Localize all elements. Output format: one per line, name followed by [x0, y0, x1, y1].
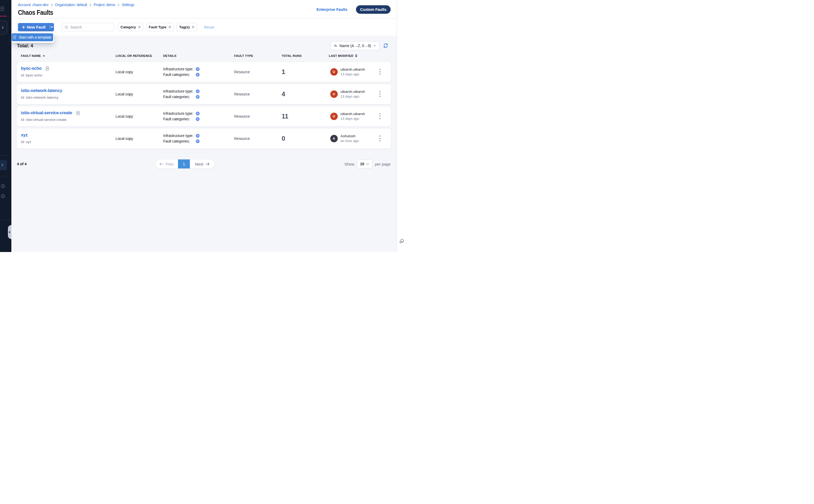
- avatar: A: [330, 135, 338, 142]
- fault-id: Id: byoc-echo: [21, 73, 116, 78]
- fault-name-link[interactable]: byoc-echo: [21, 66, 42, 71]
- close-icon[interactable]: [192, 26, 195, 29]
- fault-id: Id: istio-network-latency: [21, 95, 116, 100]
- search-box: [62, 23, 114, 31]
- search-input[interactable]: [70, 25, 111, 29]
- new-fault-dropdown: Start with a template: [11, 32, 54, 43]
- current-page-button[interactable]: 1: [178, 159, 190, 168]
- new-fault-caret[interactable]: [50, 26, 54, 28]
- page-size-select[interactable]: 10: [357, 159, 372, 168]
- kubernetes-icon: [196, 73, 200, 77]
- tab-enterprise-faults[interactable]: Enterprise Faults: [317, 7, 347, 12]
- reset-filters-link[interactable]: Reset: [204, 25, 214, 29]
- filter-label: Category: [121, 25, 136, 29]
- last-modified-cell: Uutkarsh.utkarsh13 days ago: [329, 112, 369, 121]
- prev-page-button[interactable]: Prev: [156, 159, 178, 168]
- waffle-menu-icon[interactable]: [1, 7, 4, 11]
- arrow-left-icon: [159, 163, 163, 166]
- modified-time: 13 days ago: [341, 72, 365, 76]
- fault-row: istio-network-latencyId: istio-network-l…: [17, 84, 391, 104]
- fault-type-cell: Resource: [234, 136, 282, 141]
- kebab-menu-icon: [378, 90, 382, 98]
- sidebar-collapse-handle[interactable]: [8, 225, 11, 239]
- column-fault-type: FAULT TYPE: [234, 54, 282, 57]
- total-runs-cell: 0: [282, 135, 329, 142]
- close-icon[interactable]: [138, 26, 141, 29]
- new-fault-button[interactable]: New Fault: [18, 23, 54, 31]
- breadcrumb-link[interactable]: Settings: [122, 3, 134, 6]
- sidebar-item-expand[interactable]: [0, 160, 7, 170]
- sidebar-divider: [0, 220, 11, 220]
- fault-row: istio-virtual-service-createId: istio-vi…: [17, 106, 391, 126]
- module-accent-line: [0, 16, 7, 17]
- row-menu-button[interactable]: [369, 68, 391, 76]
- fault-categories-label: Fault categories:: [163, 117, 196, 121]
- kubernetes-icon: [196, 112, 200, 116]
- fault-name-link[interactable]: istio-virtual-service-create: [21, 110, 72, 116]
- filter-label: Fault Type: [149, 25, 167, 29]
- chevron-right-icon: [1, 26, 4, 29]
- modified-time: 13 days ago: [341, 117, 365, 121]
- breadcrumb-link[interactable]: Organization: default: [55, 3, 87, 6]
- last-modified-cell: Uutkarsh.utkarsh13 days ago: [329, 67, 369, 76]
- filter-pill-tag-s[interactable]: Tag(s): [177, 23, 197, 31]
- kubernetes-icon: [196, 67, 200, 71]
- breadcrumb-separator-icon: [117, 4, 120, 6]
- column-last-modified[interactable]: LAST MODIFIED: [329, 54, 369, 57]
- chevron-down-icon: [373, 45, 376, 47]
- fault-name-link[interactable]: xyz: [21, 132, 28, 138]
- sort-arrows-icon: [334, 44, 337, 48]
- details-cell: Infrastructure type:Fault categories:: [163, 67, 234, 77]
- plus-icon: [22, 26, 25, 29]
- chat-bubbles-icon[interactable]: [399, 238, 405, 245]
- filter-pill-fault-type[interactable]: Fault Type: [146, 23, 174, 31]
- refresh-button[interactable]: [383, 43, 388, 48]
- faults-table-body: byoc-echoId: byoc-echoLocal copyInfrastr…: [17, 62, 391, 149]
- next-page-button[interactable]: Next: [190, 159, 215, 168]
- page-header: Account: chaos-devOrganization: defaultP…: [11, 0, 397, 19]
- row-menu-button[interactable]: [369, 90, 391, 98]
- local-or-reference-cell: Local copy: [116, 114, 163, 118]
- filter-pill-category[interactable]: Category: [118, 23, 143, 31]
- toolbar: New Fault CategoryFault TypeTag(s) Reset…: [11, 19, 397, 36]
- fault-categories-label: Fault categories:: [163, 139, 196, 143]
- kubernetes-icon: [196, 117, 200, 121]
- document-icon[interactable]: [46, 67, 49, 71]
- kubernetes-icon: [196, 134, 200, 138]
- kebab-menu-icon: [378, 112, 382, 120]
- info-icon[interactable]: [1, 194, 5, 198]
- kebab-menu-icon: [378, 68, 382, 76]
- start-with-template-item[interactable]: Start with a template: [12, 33, 53, 42]
- sidebar-expand-button[interactable]: [0, 21, 7, 34]
- sort-both-icon: [355, 54, 357, 57]
- tab-custom-faults[interactable]: Custom Faults: [356, 5, 391, 14]
- fault-name-link[interactable]: istio-network-latency: [21, 88, 62, 94]
- document-icon[interactable]: [76, 111, 80, 115]
- breadcrumb-link[interactable]: Account: chaos-dev: [18, 3, 49, 6]
- pagination: 4 of 4 Prev 1 Next Show 10 per page: [17, 159, 391, 168]
- modified-by: utkarsh.utkarsh: [341, 90, 365, 94]
- row-menu-button[interactable]: [369, 112, 391, 120]
- avatar: U: [330, 90, 338, 98]
- kebab-menu-icon: [378, 134, 382, 143]
- sort-select[interactable]: Name (A→Z, 0→9): [331, 41, 379, 50]
- breadcrumb-separator-icon: [89, 4, 92, 6]
- kubernetes-icon: [196, 89, 200, 93]
- local-or-reference-cell: Local copy: [116, 70, 163, 74]
- fault-type-cell: Resource: [234, 114, 282, 118]
- avatar: U: [330, 113, 338, 120]
- sidebar-divider: [0, 176, 7, 176]
- arrow-right-icon: [205, 163, 209, 166]
- infrastructure-type-label: Infrastructure type:: [163, 134, 196, 138]
- breadcrumb-separator-icon: [51, 4, 53, 6]
- modified-time: an hour ago: [341, 139, 359, 143]
- show-label: Show: [344, 162, 354, 166]
- column-fault-name[interactable]: FAULT NAME: [21, 54, 116, 57]
- filter-label: Tag(s): [179, 25, 190, 29]
- breadcrumb-link[interactable]: Project: demo: [94, 3, 115, 6]
- close-icon[interactable]: [168, 26, 171, 29]
- info-icon[interactable]: [1, 184, 5, 188]
- row-menu-button[interactable]: [369, 134, 391, 143]
- last-modified-cell: Uutkarsh.utkarsh13 days ago: [329, 90, 369, 98]
- template-library-icon: [13, 35, 17, 39]
